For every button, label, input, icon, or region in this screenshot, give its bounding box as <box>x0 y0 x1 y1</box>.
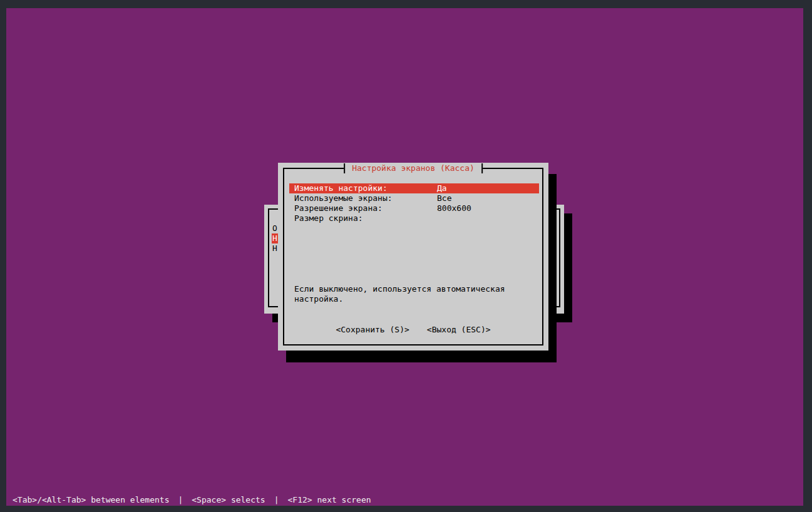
exit-button[interactable]: <Выход (ESC)> <box>427 324 491 334</box>
list-item: О <box>272 223 278 233</box>
hint-f12: <F12> next screen <box>288 495 371 504</box>
terminal-screen: О Н Н Настройка экранов (Касса) Изменять… <box>0 0 812 512</box>
setting-row-used-screens[interactable]: Используемые экраны: Все <box>289 193 539 203</box>
list-item-selected: Н <box>272 233 278 243</box>
setting-row-screen-resolution[interactable]: Разрешение экрана: 800x600 <box>289 203 539 213</box>
separator: | <box>178 495 183 504</box>
dialog-title: Настройка экранов (Касса) <box>344 163 483 173</box>
status-bar: <Tab>/<Alt-Tab> between elements|<Space>… <box>13 495 371 505</box>
save-button[interactable]: <Сохранить (S)> <box>336 324 409 334</box>
dialog-buttons: <Сохранить (S)> <Выход (ESC)> <box>278 324 548 334</box>
setting-label: Разрешение экрана: <box>294 203 383 213</box>
list-item: Н <box>272 243 278 253</box>
setting-label: Используемые экраны: <box>294 193 393 203</box>
setting-value: Все <box>437 193 451 203</box>
help-text-line: настройка. <box>294 294 542 304</box>
setting-row-change-settings[interactable]: Изменять настройки: Да <box>289 183 539 193</box>
setting-row-screen-size[interactable]: Размер скрина: <box>289 213 539 223</box>
background-dialog-list: О Н Н <box>272 223 278 253</box>
help-text: Если выключено, используется автоматичес… <box>294 284 542 304</box>
hint-space: <Space> selects <box>192 495 265 504</box>
setting-value: Да <box>437 183 447 193</box>
setting-label: Размер скрина: <box>294 213 363 223</box>
hint-tab: <Tab>/<Alt-Tab> between elements <box>13 495 169 504</box>
separator: | <box>274 495 279 504</box>
setting-value: 800x600 <box>437 203 471 213</box>
settings-list: Изменять настройки: Да Используемые экра… <box>289 183 539 223</box>
setting-label: Изменять настройки: <box>294 183 388 193</box>
help-text-line: Если выключено, используется автоматичес… <box>294 284 542 294</box>
settings-dialog: Настройка экранов (Касса) Изменять настр… <box>278 163 548 351</box>
